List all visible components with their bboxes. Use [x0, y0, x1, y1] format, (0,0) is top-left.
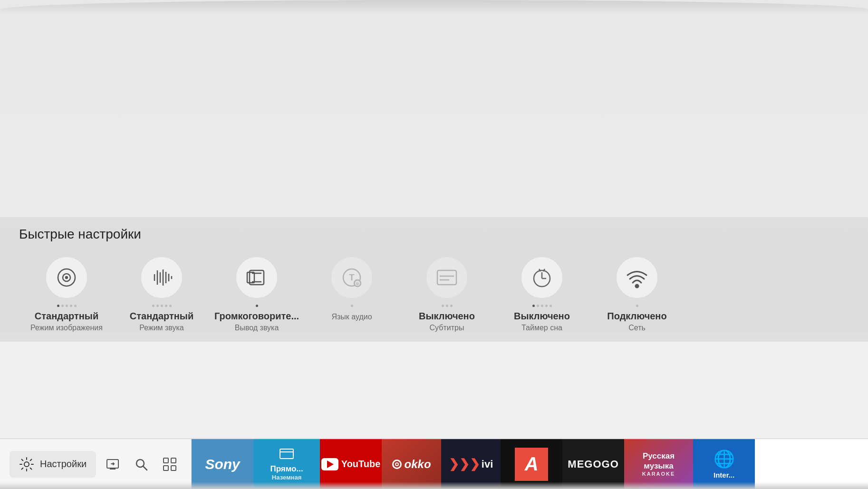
qs-dots-subtitles: [442, 305, 453, 307]
pryamo-label: Прямо... Наземная: [270, 464, 303, 481]
settings-label: Настройки: [40, 459, 87, 470]
taskbar: Настройки: [0, 439, 868, 489]
okko-label: okko: [405, 458, 431, 471]
svg-text:⊕: ⊕: [356, 281, 359, 286]
svg-rect-35: [171, 458, 176, 463]
qs-network-value: Подключено: [607, 311, 666, 322]
app-youtube[interactable]: YouTube: [320, 439, 382, 489]
app-megogo[interactable]: MEGOGO: [562, 439, 624, 489]
qs-dots-sound: [152, 305, 172, 307]
qs-speaker-label: Вывод звука: [235, 324, 279, 332]
settings-gear-icon: [19, 457, 34, 472]
qs-audio-label: Язык аудио: [331, 313, 372, 321]
subtitles-icon: [425, 256, 468, 299]
qs-dots-speaker: [256, 305, 258, 307]
source-button[interactable]: [101, 452, 125, 476]
apps-grid-button[interactable]: [158, 452, 182, 476]
settings-button[interactable]: Настройки: [10, 451, 96, 478]
qs-dots-network: [636, 305, 638, 307]
svg-point-28: [24, 462, 29, 467]
app-rusmusic[interactable]: Русскаямузыка KARAOKE: [624, 439, 693, 489]
svg-rect-19: [437, 270, 456, 285]
quick-settings-items: Стандартный Режим изображения: [19, 251, 849, 337]
qs-speaker-value: Громкоговорите...: [214, 311, 299, 322]
app-amediateka[interactable]: A: [501, 439, 562, 489]
search-button[interactable]: [129, 452, 153, 476]
app-sony[interactable]: Sony: [192, 439, 253, 489]
qs-item-sleep-timer[interactable]: Выключено Таймер сна: [494, 251, 589, 337]
qs-item-audio-language[interactable]: T ⊕ Язык аудио: [304, 251, 399, 326]
qs-dots-sleep: [532, 305, 552, 307]
qs-item-picture-mode[interactable]: Стандартный Режим изображения: [19, 251, 114, 337]
qs-sound-mode-value: Стандартный: [130, 311, 193, 322]
audio-language-icon: T ⊕: [330, 256, 373, 299]
svg-point-27: [636, 285, 638, 288]
app-internet[interactable]: 🌐 Inter...: [693, 439, 755, 489]
qs-sound-mode-label: Режим звука: [139, 324, 184, 332]
qs-sleep-label: Таймер сна: [521, 324, 562, 332]
network-icon: [616, 256, 658, 299]
internet-content: 🌐 Inter...: [714, 449, 735, 479]
pryamo-tv-icon: [279, 447, 294, 462]
megogo-label: MEGOGO: [568, 458, 618, 470]
qs-dots-audio: [351, 305, 353, 307]
qs-item-speaker[interactable]: Громкоговорите... Вывод звука: [209, 251, 304, 337]
qs-subtitles-label: Субтитры: [430, 324, 464, 332]
pryamo-sublabel: Наземная: [270, 474, 303, 481]
okko-logo: okko: [392, 458, 431, 471]
youtube-label: YouTube: [341, 459, 381, 470]
amediateka-logo: A: [515, 448, 548, 481]
sound-mode-icon: [140, 256, 183, 299]
youtube-play-icon: [321, 458, 338, 470]
svg-rect-37: [171, 466, 176, 470]
svg-point-2: [66, 277, 68, 278]
rusmusic-content: Русскаямузыка KARAOKE: [642, 451, 675, 477]
qs-picture-mode-label: Режим изображения: [30, 324, 103, 332]
quick-settings-title: Быстрые настройки: [19, 227, 849, 242]
app-okko[interactable]: okko: [382, 439, 441, 489]
qs-item-network[interactable]: Подключено Сеть: [589, 251, 685, 337]
internet-globe-icon: 🌐: [714, 449, 735, 469]
svg-text:T: T: [349, 273, 355, 282]
app-pryamo[interactable]: Прямо... Наземная: [253, 439, 320, 489]
svg-rect-34: [164, 458, 168, 463]
sony-label: Sony: [205, 456, 240, 472]
svg-line-33: [143, 466, 147, 470]
qs-picture-mode-value: Стандартный: [35, 311, 98, 322]
qs-dots-picture: [57, 305, 77, 307]
qs-subtitles-value: Выключено: [419, 311, 475, 322]
svg-rect-11: [247, 272, 254, 283]
ivi-logo: ❯❯❯ ivi: [449, 457, 493, 471]
app-ivi[interactable]: ❯❯❯ ivi: [441, 439, 501, 489]
rusmusic-sublabel: KARAOKE: [642, 471, 675, 477]
svg-rect-36: [164, 466, 168, 470]
qs-item-sound-mode[interactable]: Стандартный Режим звука: [114, 251, 209, 337]
qs-sleep-value: Выключено: [514, 311, 570, 322]
svg-rect-38: [280, 449, 293, 459]
sleep-timer-icon: [521, 256, 563, 299]
qs-network-label: Сеть: [628, 324, 646, 332]
quick-settings-section: Быстрые настройки Стандартный Режим изоб…: [0, 217, 868, 342]
ivi-label: ivi: [482, 458, 493, 470]
qs-item-subtitles[interactable]: Выключено Субтитры: [399, 251, 494, 337]
internet-label: Inter...: [714, 471, 734, 479]
speaker-output-icon: [235, 256, 278, 299]
taskbar-apps: Sony Прямо... Наземная YouTube: [192, 439, 868, 489]
taskbar-controls: Настройки: [0, 439, 192, 489]
youtube-logo: YouTube: [321, 458, 381, 470]
rusmusic-label: Русскаямузыка: [642, 451, 675, 471]
picture-mode-icon: [45, 256, 88, 299]
